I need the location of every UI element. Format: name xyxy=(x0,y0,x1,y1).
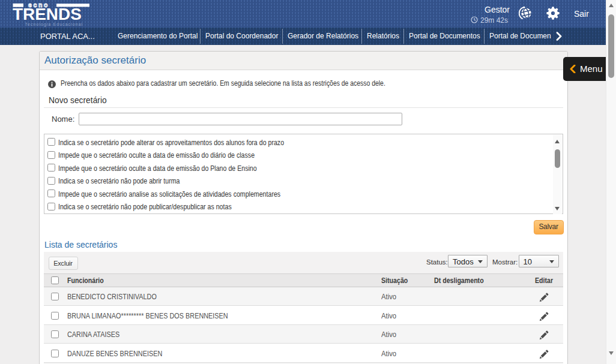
svg-text:TRENDS: TRENDS xyxy=(13,5,82,23)
svg-text:Tecnologia Educacional: Tecnologia Educacional xyxy=(25,22,83,27)
